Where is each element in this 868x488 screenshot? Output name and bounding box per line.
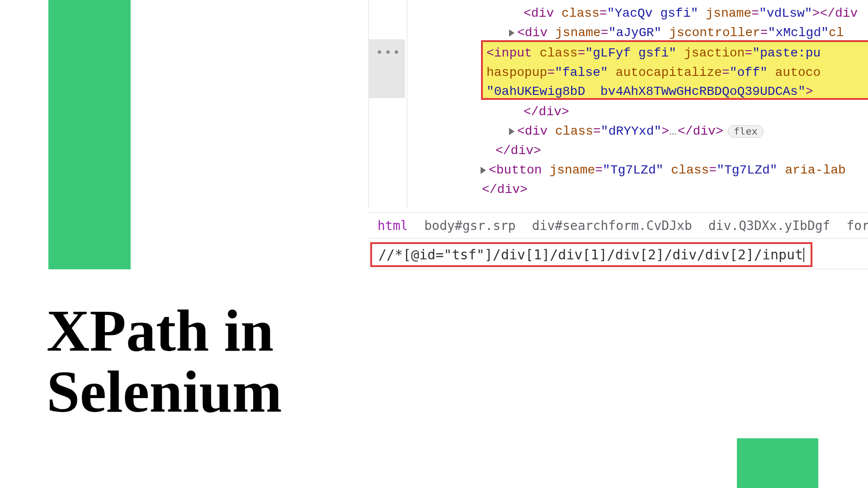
dom-panel: ••• <div class="YacQv gsfi" jsname="vdLs…: [368, 0, 868, 208]
expand-arrow-icon[interactable]: [509, 128, 514, 135]
flex-badge[interactable]: flex: [728, 125, 764, 138]
expand-arrow-icon[interactable]: [481, 167, 486, 174]
gutter: [369, 0, 405, 208]
expand-arrow-icon[interactable]: [509, 29, 514, 37]
xpath-search-input[interactable]: //*[@id="tsf"]/div[1]/div[1]/div[2]/div/…: [370, 242, 812, 267]
dom-line: </div>: [410, 180, 868, 199]
dom-line: <button jsname="Tg7LZd" class="Tg7LZd" a…: [410, 160, 868, 180]
title-line-2: Selenium: [47, 361, 282, 422]
title-line-1: XPath in: [47, 300, 282, 361]
crumb-div-q3dxx[interactable]: div.Q3DXx.yIbDgf: [708, 218, 830, 233]
xpath-text: //*[@id="tsf"]/div[1]/div[1]/div[2]/div/…: [378, 247, 803, 263]
text-cursor: [803, 248, 804, 262]
vertical-divider: [407, 0, 407, 208]
devtools-screenshot: ••• <div class="YacQv gsfi" jsname="vdLs…: [368, 0, 868, 271]
crumb-body[interactable]: body#gsr.srp: [424, 218, 515, 233]
dom-line: <div jsname="aJyGR" jscontroller="xMclgd…: [410, 23, 868, 42]
dom-line: </div>: [410, 141, 868, 160]
dom-lines: <div class="YacQv gsfi" jsname="vdLsw" >…: [410, 4, 868, 199]
breadcrumb[interactable]: html body#gsr.srp div#searchform.CvDJxb …: [368, 212, 868, 239]
crumb-form-tsf[interactable]: form#tsf.: [846, 218, 868, 233]
devtools-search-bar[interactable]: //*[@id="tsf"]/div[1]/div[1]/div[2]/div/…: [368, 240, 868, 269]
slide-title: XPath in Selenium: [47, 300, 282, 422]
dom-line: <div class="YacQv gsfi" jsname="vdLsw" >…: [410, 4, 868, 23]
decorative-green-bottom: [737, 438, 818, 488]
decorative-green-top: [48, 0, 131, 269]
highlighted-input-element[interactable]: <input class="gLFyf gsfi" jsaction="past…: [481, 40, 868, 100]
crumb-html[interactable]: html: [377, 218, 408, 233]
dom-line: </div>: [410, 102, 868, 122]
dom-line: <div class="dRYYxd">…</div> flex: [410, 122, 868, 141]
ellipsis-icon: •••: [376, 43, 401, 62]
crumb-searchform[interactable]: div#searchform.CvDJxb: [532, 218, 692, 233]
